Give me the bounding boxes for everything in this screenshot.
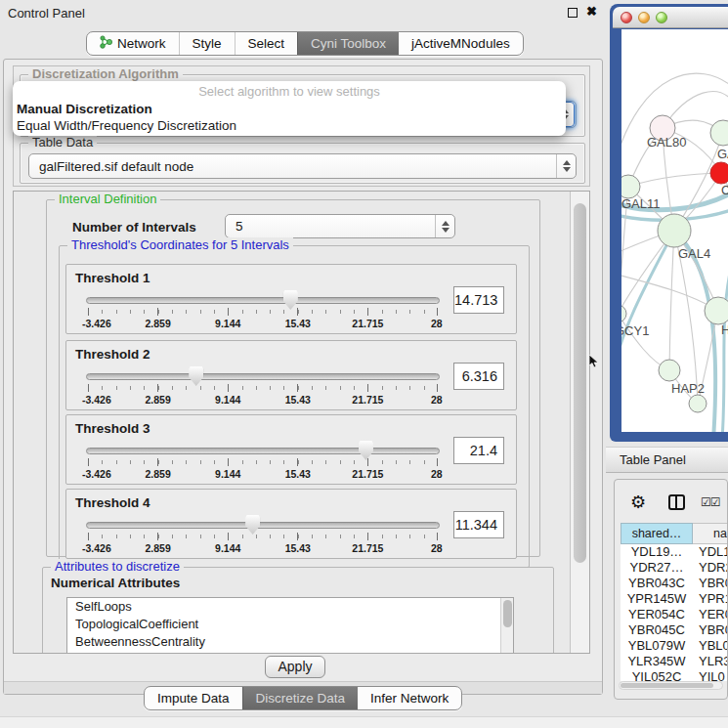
- node-label: GCY1: [621, 323, 649, 338]
- slider-handle[interactable]: [189, 366, 203, 386]
- table-row[interactable]: YPR145WYPR1: [621, 591, 728, 607]
- threshold-4-slider[interactable]: -3.4262.8599.14415.4321.71528: [86, 490, 440, 560]
- node-table: shared… name YDL19…YDL1 YDR27…YDR2 YBR04…: [621, 523, 728, 544]
- node-gal4: [658, 214, 691, 247]
- close-traffic-light[interactable]: [621, 12, 632, 23]
- node-label: C: [721, 183, 728, 197]
- slider-handle[interactable]: [283, 290, 298, 310]
- network-graph: [621, 29, 728, 432]
- panel-scrollbar[interactable]: [570, 192, 589, 653]
- node-ga: [710, 120, 728, 146]
- discretization-algorithm-label: Discretization Algorithm: [28, 66, 183, 81]
- combo-stepper-icon[interactable]: [556, 154, 576, 178]
- application-window: Control Panel ✖ Network Style Select Cyn…: [0, 0, 728, 728]
- table-panel: ⚙ ☑☑ shared… name YDL19…YDL1 YDR27…YDR2 …: [614, 479, 728, 700]
- split-pane-icon[interactable]: [668, 494, 685, 510]
- numerical-attributes-label: Numerical Attributes: [51, 576, 180, 590]
- list-item[interactable]: TopologicalCoefficient: [67, 616, 513, 633]
- table-data-combobox[interactable]: galFiltered.sif default node: [28, 153, 577, 179]
- slider-track[interactable]: [86, 373, 440, 380]
- threshold-2-panel: Threshold 2 -3.4262.8599.14415.4321.7152…: [65, 340, 517, 410]
- table-horizontal-scrollbar[interactable]: [619, 681, 723, 690]
- select-columns-icon[interactable]: ☑☑: [701, 495, 720, 509]
- threshold-1-panel: Threshold 1 -3.4262.8599.14415.4321.7152…: [65, 264, 517, 334]
- cyni-toolbox-panel: Discretization Algorithm Table Data galF…: [3, 59, 603, 695]
- slider-track[interactable]: [86, 522, 440, 529]
- node-partial: [689, 395, 707, 412]
- tab-network[interactable]: Network: [87, 32, 179, 55]
- node-gcy1: [621, 305, 626, 322]
- table-panel-title: Table Panel: [620, 452, 686, 467]
- interval-definition-label: Interval Definition: [55, 192, 160, 206]
- settings-scroll-panel: Interval Definition Number of Intervals …: [13, 191, 590, 654]
- table-panel-header: Table Panel: [606, 447, 728, 473]
- threshold-2-value-field[interactable]: 6.316: [453, 363, 504, 390]
- threshold-1-slider[interactable]: -3.4262.8599.14415.4321.71528: [86, 265, 440, 335]
- table-data-label: Table Data: [28, 135, 97, 150]
- tab-infer-network[interactable]: Infer Network: [358, 687, 461, 709]
- network-icon: [100, 35, 112, 52]
- zoom-traffic-light[interactable]: [656, 12, 667, 23]
- node-label: GAL80: [647, 135, 686, 150]
- tab-select[interactable]: Select: [235, 32, 298, 55]
- threshold-2-slider[interactable]: -3.4262.8599.14415.4321.71528: [86, 341, 440, 411]
- node-hap2: [659, 360, 680, 381]
- numerical-attributes-list: SelfLoops TopologicalCoefficient Between…: [66, 597, 514, 654]
- close-icon[interactable]: ✖: [586, 4, 597, 19]
- column-header-shared-name[interactable]: shared…: [621, 523, 693, 544]
- tab-cyni-toolbox[interactable]: Cyni Toolbox: [297, 32, 399, 55]
- attributes-group-label: Attributes to discretize: [51, 559, 184, 574]
- node-label: GAL11: [621, 196, 661, 211]
- mouse-cursor: [589, 355, 599, 372]
- threshold-3-panel: Threshold 3 -3.4262.8599.14415.4321.7152…: [65, 414, 517, 485]
- dropdown-option-equal-width[interactable]: Equal Width/Frequency Discretization: [13, 117, 566, 134]
- number-of-intervals-label: Number of Intervals: [72, 220, 196, 235]
- attributes-group: Attributes to discretize Numerical Attri…: [42, 567, 554, 654]
- tab-discretize-data[interactable]: Discretize Data: [242, 687, 359, 709]
- slider-track[interactable]: [86, 297, 440, 304]
- table-data-group: Table Data galFiltered.sif default node: [20, 143, 585, 184]
- apply-button[interactable]: Apply: [265, 656, 325, 678]
- node-label: GA: [717, 147, 728, 161]
- column-header-name[interactable]: name: [693, 523, 728, 544]
- thresholds-group: Threshold's Coordinates for 5 Intervals …: [59, 245, 530, 568]
- table-row[interactable]: YER054CYER0: [621, 607, 728, 622]
- node-gal11: [621, 175, 640, 198]
- threshold-3-value-field[interactable]: 21.4: [453, 437, 504, 464]
- node-label: HAP2: [671, 381, 705, 396]
- scrollbar-thumb[interactable]: [621, 683, 713, 688]
- network-canvas[interactable]: GAL80 GA C GAL11 GAL4 GCY1 H HAP2: [621, 29, 728, 432]
- minimize-traffic-light[interactable]: [638, 12, 650, 23]
- table-row[interactable]: YDL19…YDL1: [621, 544, 728, 560]
- slider-handle[interactable]: [245, 515, 260, 535]
- slider-handle[interactable]: [359, 441, 373, 460]
- slider-track[interactable]: [86, 448, 440, 454]
- list-scrollbar[interactable]: [500, 598, 513, 654]
- network-window-titlebar[interactable]: [613, 7, 728, 28]
- combo-stepper-icon[interactable]: [435, 215, 454, 237]
- table-row[interactable]: YDR27…YDR2: [621, 560, 728, 576]
- node-label: GAL4: [678, 246, 710, 261]
- table-row[interactable]: YBR045CYBR0: [621, 622, 728, 638]
- tab-style[interactable]: Style: [179, 32, 235, 55]
- number-of-intervals-combobox[interactable]: 5: [225, 214, 455, 238]
- gear-icon[interactable]: ⚙: [630, 492, 646, 513]
- dropdown-option-manual[interactable]: Manual Discretization: [13, 101, 566, 117]
- table-row[interactable]: YBL079WYBL0: [621, 638, 728, 654]
- float-window-icon[interactable]: [568, 8, 578, 18]
- tab-jactivemnodules[interactable]: jActiveMNodules: [399, 32, 523, 55]
- list-item[interactable]: BetweennessCentrality: [67, 633, 513, 651]
- threshold-3-slider[interactable]: -3.4262.8599.14415.4321.71528: [86, 415, 440, 486]
- node-red-selected: [710, 162, 728, 184]
- panel-title: Control Panel: [8, 6, 85, 21]
- scrollbar-thumb[interactable]: [574, 203, 586, 563]
- list-item[interactable]: SelfLoops: [67, 598, 513, 616]
- table-row[interactable]: YIL052CYIL0: [621, 669, 728, 681]
- threshold-1-value-field[interactable]: 14.713: [453, 286, 504, 314]
- tab-impute-data[interactable]: Impute Data: [145, 687, 242, 709]
- threshold-4-value-field[interactable]: 11.344: [453, 511, 504, 538]
- table-row[interactable]: YBR043CYBR0: [621, 576, 728, 591]
- table-row[interactable]: YLR345WYLR3: [621, 654, 728, 669]
- dropdown-prompt: Select algorithm to view settings: [13, 84, 566, 101]
- table-header-row: shared… name: [621, 523, 728, 544]
